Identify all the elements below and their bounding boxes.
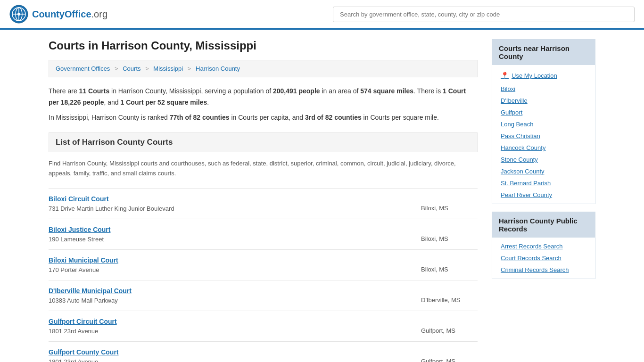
logo-icon [9,5,28,24]
search-bar[interactable] [333,7,635,22]
court-name-link[interactable]: Gulfport Circuit Court [49,318,421,325]
court-name-link[interactable]: Biloxi Justice Court [49,226,421,233]
court-name-link[interactable]: Biloxi Municipal Court [49,256,421,264]
court-address: 731 Drive Martin Luther King Junior Boul… [49,205,174,212]
sidebar-link-court-records[interactable]: Court Records Search [492,252,595,264]
sidebar-link-pass-christian[interactable]: Pass Christian [492,130,595,142]
sidebar-link-stone-county[interactable]: Stone County [492,154,595,165]
sidebar-use-location[interactable]: 📍 Use My Location [492,68,595,83]
use-location-label: Use My Location [512,72,557,79]
main-layout: Courts in Harrison County, Mississippi G… [39,30,605,362]
content-area: Courts in Harrison County, Mississippi G… [49,39,478,362]
courts-list: Biloxi Circuit Court 731 Drive Martin Lu… [49,188,478,362]
list-section-desc: Find Harrison County, Mississippi courts… [49,159,478,179]
court-name-link[interactable]: Biloxi Circuit Court [49,195,421,203]
table-row: Biloxi Justice Court 190 Lameuse Street … [49,219,478,249]
sidebar-link-biloxi[interactable]: Biloxi [492,83,595,95]
sidebar-link-jackson-county[interactable]: Jackson County [492,165,595,177]
breadcrumb-sep-1: > [115,65,118,72]
logo[interactable]: CountyOffice.org [9,5,107,24]
table-row: Gulfport Circuit Court 1801 23rd Avenue … [49,311,478,341]
sidebar-link-long-beach[interactable]: Long Beach [492,118,595,130]
sidebar-public-records-section: Harrison County Public Records Arrest Re… [492,212,595,279]
court-info: Gulfport Circuit Court 1801 23rd Avenue [49,318,421,335]
sidebar-link-diberville[interactable]: D'Iberville [492,95,595,107]
breadcrumb-sep-3: > [188,65,191,72]
breadcrumb-sep-2: > [145,65,149,72]
list-section-heading: List of Harrison County Courts [49,132,478,152]
court-address: 1801 23rd Avenue [49,328,98,335]
table-row: Biloxi Circuit Court 731 Drive Martin Lu… [49,188,478,219]
court-location: D'Iberville, MS [421,287,478,304]
sidebar: Courts near Harrison County 📍 Use My Loc… [492,39,595,362]
breadcrumb-harrison-county[interactable]: Harrison County [196,65,240,72]
sidebar-public-records-links: Arrest Records Search Court Records Sear… [492,238,595,279]
sidebar-link-gulfport[interactable]: Gulfport [492,107,595,118]
location-icon: 📍 [501,72,509,79]
court-location: Biloxi, MS [421,195,478,212]
table-row: D'Iberville Municipal Court 10383 Auto M… [49,280,478,311]
court-info: Biloxi Circuit Court 731 Drive Martin Lu… [49,195,421,212]
table-row: Biloxi Municipal Court 170 Porter Avenue… [49,249,478,280]
info-block: There are 11 Courts in Harrison County, … [49,86,478,123]
court-location: Biloxi, MS [421,226,478,242]
court-name-link[interactable]: Gulfport County Court [49,348,421,356]
court-location: Biloxi, MS [421,256,478,273]
breadcrumb-mississippi[interactable]: Mississippi [153,65,183,72]
breadcrumb-courts[interactable]: Courts [123,65,140,72]
court-address: 190 Lameuse Street [49,236,104,243]
sidebar-link-pearl-river[interactable]: Pearl River County [492,189,595,201]
sidebar-link-hancock-county[interactable]: Hancock County [492,142,595,154]
site-header: CountyOffice.org [0,0,644,30]
svg-point-5 [17,13,20,16]
sidebar-nearby-section: Courts near Harrison County 📍 Use My Loc… [492,39,595,204]
sidebar-link-arrest-records[interactable]: Arrest Records Search [492,240,595,252]
court-address: 10383 Auto Mall Parkway [49,297,118,304]
breadcrumb-govt-offices[interactable]: Government Offices [56,65,110,72]
court-info: Gulfport County Court 1801 23rd Avenue [49,348,421,362]
sidebar-link-st-bernard[interactable]: St. Bernard Parish [492,177,595,189]
sidebar-nearby-title: Courts near Harrison County [492,40,595,65]
court-name-link[interactable]: D'Iberville Municipal Court [49,287,421,295]
court-info: D'Iberville Municipal Court 10383 Auto M… [49,287,421,304]
sidebar-link-criminal-records[interactable]: Criminal Records Search [492,264,595,276]
court-info: Biloxi Municipal Court 170 Porter Avenue [49,256,421,273]
search-input[interactable] [333,7,635,22]
court-location: Gulfport, MS [421,348,478,362]
court-address: 1801 23rd Avenue [49,358,98,362]
court-address: 170 Porter Avenue [49,266,99,273]
breadcrumb: Government Offices > Courts > Mississipp… [49,60,478,77]
court-info: Biloxi Justice Court 190 Lameuse Street [49,226,421,243]
sidebar-public-records-title: Harrison County Public Records [492,212,595,238]
logo-text: CountyOffice.org [32,9,107,20]
page-title: Courts in Harrison County, Mississippi [49,39,478,52]
table-row: Gulfport County Court 1801 23rd Avenue G… [49,341,478,362]
court-location: Gulfport, MS [421,318,478,334]
sidebar-nearby-links: 📍 Use My Location Biloxi D'Iberville Gul… [492,65,595,204]
